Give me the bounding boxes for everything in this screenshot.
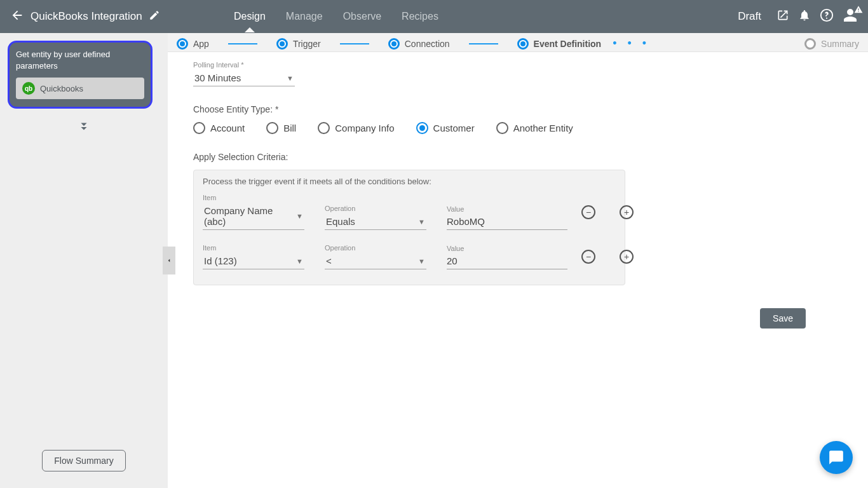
help-icon[interactable] [820,8,834,25]
caret-down-icon: ▼ [418,218,425,226]
radio-icon [416,122,428,134]
step-trigger[interactable]: Trigger [276,38,321,50]
criteria-item-value: Company Name (abc) [204,205,296,227]
user-icon[interactable] [843,8,858,25]
criteria-item-select[interactable]: Company Name (abc) ▼ [203,203,304,230]
col-item-label: Item [203,244,311,252]
polling-interval-value: 30 Minutes [194,72,241,83]
radio-icon [266,122,278,134]
step-label: Event Definition [534,39,602,49]
trigger-node-app[interactable]: qb Quickbooks [16,78,144,99]
criteria-operation-select[interactable]: < ▼ [325,253,426,269]
step-radio-icon [388,38,400,50]
step-connector [469,43,498,44]
step-label: Summary [821,39,859,49]
step-connector-dots: • • • [613,37,650,50]
entity-radio-another[interactable]: Another Entity [496,122,573,134]
status-badge: Draft [738,10,761,23]
step-label: Connection [405,39,450,49]
criteria-row: Item Company Name (abc) ▼ Operation Equa… [203,194,616,230]
back-arrow-icon[interactable] [10,8,24,25]
collapse-sidebar-handle[interactable] [163,247,175,274]
criteria-row: Item Id (123) ▼ Operation < ▼ [203,244,616,269]
nav-manage[interactable]: Manage [285,2,324,31]
event-definition-form: Polling Interval * 30 Minutes ▼ Choose E… [168,52,868,301]
step-radio-icon [804,38,816,50]
page-title: QuickBooks Integration [31,10,142,23]
quickbooks-icon: qb [22,82,35,95]
caret-down-icon: ▼ [296,212,303,220]
topbar: QuickBooks Integration Design Manage Obs… [0,0,868,33]
step-radio-icon [276,38,288,50]
nav-observe[interactable]: Observe [342,2,383,31]
criteria-box: Process the trigger event if it meets al… [193,170,625,285]
step-label: Trigger [293,39,321,49]
caret-down-icon: ▼ [287,74,294,82]
col-operation-label: Operation [325,205,433,212]
step-connection[interactable]: Connection [388,38,450,50]
radio-label: Customer [433,123,475,133]
flow-summary-button[interactable]: Flow Summary [42,450,125,471]
criteria-value-input[interactable] [447,254,567,269]
stepper: App Trigger Connection Event Definition … [168,33,868,52]
radio-label: Bill [283,123,296,133]
criteria-operation-value: Equals [326,216,355,227]
step-radio-icon [517,38,529,50]
topbar-nav: Design Manage Observe Recipes [233,2,440,31]
radio-label: Company Info [335,123,394,133]
step-event-definition[interactable]: Event Definition [517,38,602,50]
criteria-item-select[interactable]: Id (123) ▼ [203,253,304,269]
step-connector [340,43,369,44]
add-criteria-button[interactable]: + [620,250,634,264]
nav-recipes[interactable]: Recipes [400,2,440,31]
col-item-label: Item [203,194,311,201]
step-radio-icon [177,38,188,50]
step-app[interactable]: App [177,38,209,50]
trigger-node-title: Get entity by user defined parameters [16,49,144,71]
entity-type-label: Choose Entity Type: * [193,104,849,114]
add-node-button[interactable] [8,120,160,134]
col-operation-label: Operation [325,244,433,252]
entity-radio-customer[interactable]: Customer [416,122,475,134]
entity-radio-bill[interactable]: Bill [266,122,296,134]
step-label: App [193,39,209,49]
bell-icon[interactable] [798,9,811,24]
radio-label: Another Entity [513,123,573,133]
criteria-operation-select[interactable]: Equals ▼ [325,214,426,230]
col-value-label: Value [447,245,567,252]
save-button[interactable]: Save [760,308,806,329]
step-summary: Summary [804,38,859,50]
add-criteria-button[interactable]: + [620,205,634,219]
radio-icon [496,122,508,134]
trigger-node-app-label: Quickbooks [40,84,83,93]
criteria-value-input[interactable] [447,214,567,230]
radio-icon [193,122,205,134]
radio-icon [318,122,330,134]
caret-down-icon: ▼ [418,257,425,265]
criteria-operation-value: < [326,255,332,266]
polling-interval-select[interactable]: 30 Minutes ▼ [193,70,295,86]
warning-icon [854,5,863,17]
criteria-item-value: Id (123) [204,255,237,266]
criteria-heading: Apply Selection Criteria: [193,152,849,162]
entity-radio-account[interactable]: Account [193,122,245,134]
entity-radio-companyinfo[interactable]: Company Info [318,122,394,134]
open-external-icon[interactable] [776,9,789,24]
polling-interval-label: Polling Interval * [193,61,849,69]
canvas-panel: Get entity by user defined parameters qb… [0,33,168,488]
remove-criteria-button[interactable]: − [581,250,595,264]
entity-type-group: Account Bill Company Info Customer Anoth… [193,122,849,134]
radio-label: Account [210,123,245,133]
trigger-node[interactable]: Get entity by user defined parameters qb… [8,41,153,109]
pencil-icon[interactable] [149,10,160,24]
step-connector [228,43,257,44]
remove-criteria-button[interactable]: − [581,205,595,219]
nav-design[interactable]: Design [233,2,267,31]
caret-down-icon: ▼ [296,257,303,265]
criteria-caption: Process the trigger event if it meets al… [203,177,616,186]
col-value-label: Value [447,205,567,213]
chat-fab[interactable] [820,441,853,474]
config-panel: App Trigger Connection Event Definition … [168,33,868,488]
